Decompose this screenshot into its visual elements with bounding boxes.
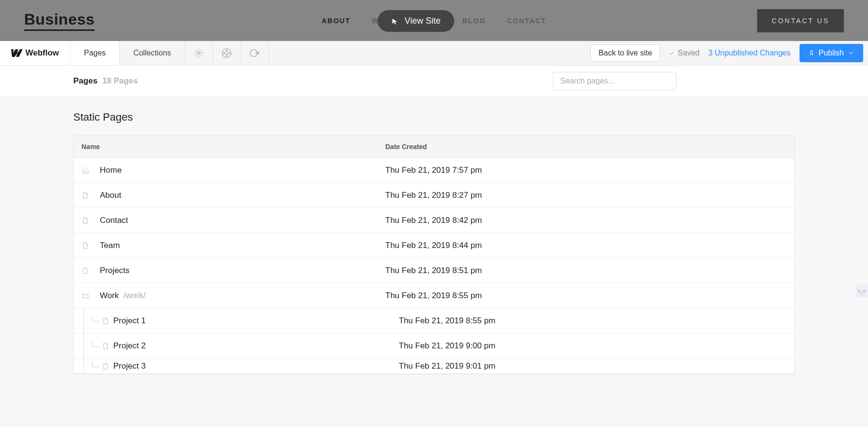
svg-point-0 bbox=[197, 52, 200, 55]
page-name-cell: Project 1 bbox=[113, 316, 399, 326]
logout-button[interactable] bbox=[241, 41, 269, 65]
page-icon bbox=[102, 317, 113, 325]
help-icon bbox=[221, 48, 232, 58]
nav-contact[interactable]: CONTACT bbox=[507, 17, 546, 25]
page-name-cell: Work/work/ bbox=[100, 291, 385, 301]
view-site-label: View Site bbox=[405, 16, 441, 26]
nav-blog[interactable]: BLOG bbox=[462, 17, 486, 25]
tree-line bbox=[81, 358, 92, 374]
brand-logo[interactable]: Business bbox=[24, 11, 95, 31]
page-date: Thu Feb 21, 2019 7:57 pm bbox=[385, 165, 787, 175]
pages-header: Pages 18 Pages bbox=[0, 66, 868, 96]
table-body: HomeThu Feb 21, 2019 7:57 pmAboutThu Feb… bbox=[74, 158, 794, 374]
page-name: Contact bbox=[100, 216, 128, 225]
table-row[interactable]: TeamThu Feb 21, 2019 8:44 pm bbox=[74, 233, 794, 258]
page-name: Home bbox=[100, 165, 122, 175]
col-name-header[interactable]: Name bbox=[81, 143, 385, 151]
webflow-text: Webflow bbox=[26, 48, 59, 58]
tab-pages[interactable]: Pages bbox=[70, 41, 120, 65]
search-wrap bbox=[553, 72, 677, 90]
page-date: Thu Feb 21, 2019 8:42 pm bbox=[385, 216, 787, 225]
page-name-cell: Team bbox=[100, 241, 385, 250]
page-icon bbox=[81, 267, 100, 275]
settings-button[interactable] bbox=[185, 41, 213, 65]
pages-title: Pages bbox=[73, 76, 97, 86]
page-name: Projects bbox=[100, 266, 129, 275]
content-area: Static Pages Name Date Created HomeThu F… bbox=[0, 96, 868, 374]
tree-elbow bbox=[92, 316, 99, 322]
help-button[interactable] bbox=[213, 41, 241, 65]
webflow-icon bbox=[11, 49, 23, 57]
page-date: Thu Feb 21, 2019 9:00 pm bbox=[399, 341, 787, 351]
saved-label: Saved bbox=[678, 49, 699, 57]
table-row[interactable]: Project 3Thu Feb 21, 2019 9:01 pm bbox=[74, 358, 794, 374]
publish-label: Publish bbox=[819, 49, 844, 57]
table-row[interactable]: Work/work/Thu Feb 21, 2019 8:55 pm bbox=[74, 283, 794, 308]
page-icon bbox=[102, 362, 113, 370]
table-row[interactable]: Project 1Thu Feb 21, 2019 8:55 pm bbox=[74, 308, 794, 333]
tree-line bbox=[81, 308, 92, 333]
svg-point-2 bbox=[225, 51, 228, 55]
page-icon bbox=[102, 342, 113, 350]
check-icon bbox=[669, 50, 675, 56]
table-row[interactable]: ProjectsThu Feb 21, 2019 8:51 pm bbox=[74, 258, 794, 283]
unpublished-link[interactable]: 3 Unpublished Changes bbox=[708, 49, 791, 57]
page-date: Thu Feb 21, 2019 8:55 pm bbox=[399, 316, 787, 326]
page-date: Thu Feb 21, 2019 9:01 pm bbox=[399, 361, 787, 371]
page-name: Project 3 bbox=[113, 361, 146, 371]
col-date-header[interactable]: Date Created bbox=[385, 143, 787, 151]
gear-icon bbox=[193, 48, 204, 58]
tree-line bbox=[81, 333, 92, 358]
table-row[interactable]: Project 2Thu Feb 21, 2019 9:00 pm bbox=[74, 333, 794, 358]
logout-icon bbox=[249, 48, 260, 58]
pages-title-group: Pages 18 Pages bbox=[73, 76, 138, 86]
folder-icon bbox=[81, 292, 100, 300]
page-date: Thu Feb 21, 2019 8:27 pm bbox=[385, 191, 787, 200]
page-name: Project 2 bbox=[113, 341, 146, 351]
page-name-cell: Home bbox=[100, 165, 385, 175]
page-name-cell: About bbox=[100, 191, 385, 200]
contact-us-button[interactable]: CONTACT US bbox=[757, 9, 844, 32]
editor-top-bar: Webflow Pages Collections Back to live s… bbox=[0, 41, 868, 66]
page-name: Project 1 bbox=[113, 316, 146, 326]
editor-right: Back to live site Saved 3 Unpublished Ch… bbox=[590, 41, 868, 65]
publish-button[interactable]: Publish bbox=[800, 44, 863, 62]
page-name-cell: Projects bbox=[100, 266, 385, 275]
webflow-logo[interactable]: Webflow bbox=[0, 41, 70, 65]
table-row[interactable]: AboutThu Feb 21, 2019 8:27 pm bbox=[74, 183, 794, 208]
tab-collections[interactable]: Collections bbox=[120, 41, 185, 65]
nav-about[interactable]: ABOUT bbox=[322, 17, 351, 25]
cursor-icon bbox=[391, 17, 399, 25]
chevron-down-icon bbox=[848, 50, 854, 56]
page-date: Thu Feb 21, 2019 8:55 pm bbox=[385, 291, 787, 301]
pages-table: Name Date Created HomeThu Feb 21, 2019 7… bbox=[73, 135, 795, 374]
table-row[interactable]: HomeThu Feb 21, 2019 7:57 pm bbox=[74, 158, 794, 183]
page-icon bbox=[81, 242, 100, 249]
page-name: About bbox=[100, 191, 121, 200]
tree-elbow bbox=[92, 361, 99, 367]
page-date: Thu Feb 21, 2019 8:51 pm bbox=[385, 266, 787, 275]
saved-indicator: Saved bbox=[669, 49, 699, 57]
page-name-cell: Project 3 bbox=[113, 361, 399, 371]
tree-elbow bbox=[92, 341, 99, 347]
table-row[interactable]: ContactThu Feb 21, 2019 8:42 pm bbox=[74, 208, 794, 233]
view-site-button[interactable]: View Site bbox=[378, 10, 454, 32]
pages-count: 18 Pages bbox=[102, 76, 138, 86]
editor-spacer bbox=[269, 41, 591, 65]
section-title: Static Pages bbox=[73, 111, 795, 124]
search-input[interactable] bbox=[553, 72, 677, 90]
page-icon bbox=[81, 217, 100, 224]
table-header: Name Date Created bbox=[74, 136, 794, 158]
page-slug: /work/ bbox=[123, 291, 145, 301]
page-name-cell: Contact bbox=[100, 216, 385, 225]
back-to-live-button[interactable]: Back to live site bbox=[590, 44, 660, 62]
page-icon bbox=[81, 192, 100, 199]
page-date: Thu Feb 21, 2019 8:44 pm bbox=[385, 241, 787, 250]
page-name: Work bbox=[100, 291, 119, 301]
side-handle[interactable]: >_< bbox=[855, 285, 868, 297]
home-icon bbox=[81, 166, 100, 174]
page-name-cell: Project 2 bbox=[113, 341, 399, 351]
rocket-icon bbox=[808, 50, 815, 56]
page-name: Team bbox=[100, 241, 120, 250]
